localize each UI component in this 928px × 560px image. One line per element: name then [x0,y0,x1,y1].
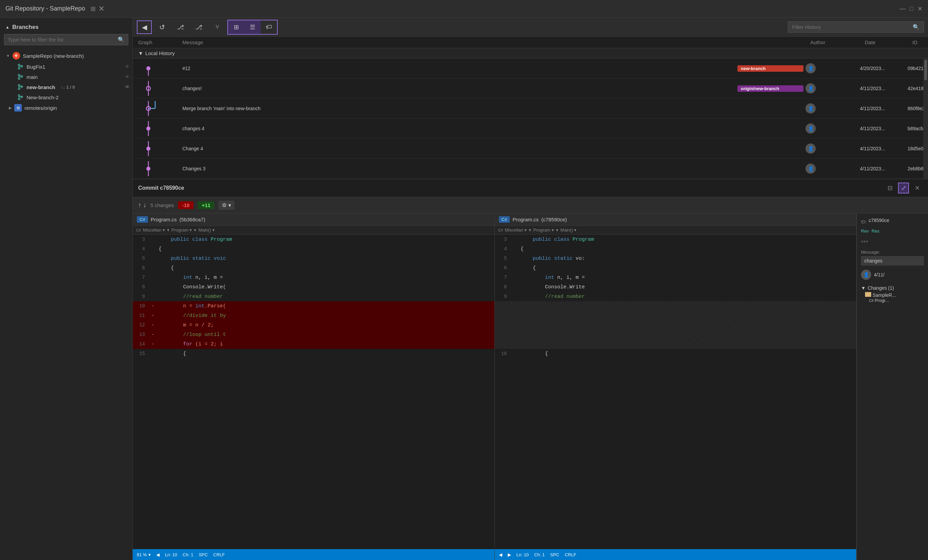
filter-search-icon[interactable]: 🔍 [913,24,919,30]
view-graph-button[interactable]: ⊞ [228,20,244,34]
nav-miscellan-left[interactable]: Miscellan ▾ [143,227,165,233]
repo-row[interactable]: ▼ ❖ SampleRepo (new-branch) [3,50,132,62]
branch-search-input[interactable] [8,37,118,43]
nav-main-right[interactable]: Main() ▾ [560,227,577,233]
changes-file[interactable]: C# Progr... [861,298,924,303]
reset-button[interactable]: Res [872,228,879,234]
code-line: 8 Console.Write [495,282,856,292]
changes-folder-name: SampleR... [873,292,896,298]
changes-collapse[interactable]: ▼ [861,285,866,291]
title-bar-controls: — □ ✕ [899,5,923,12]
graph-cell-1 [138,61,182,76]
branch-eye-new-branch[interactable]: 👁 [125,84,130,90]
graph-cell-4 [138,121,182,136]
revert-button[interactable]: Rev [861,228,869,234]
diff-down-arrow[interactable]: ↓ [143,202,147,209]
branch-search-box[interactable]: 🔍 [4,34,128,45]
title-bar: Git Repository - SampleRepo ⊞ ✕ — □ ✕ [0,0,928,18]
filter-history-input[interactable] [792,24,913,30]
pull-button[interactable]: ⎇ [191,20,207,34]
diff-up-arrow[interactable]: ↑ [138,202,141,209]
code-line-removed: 13 - //loop until t [133,330,495,339]
branch-item-bugfix1[interactable]: BugFix1 👁 [3,62,132,72]
col-id: ID [912,40,923,45]
branch-item-main[interactable]: main 👁 [3,72,132,82]
branch-item-new-branch-2[interactable]: New-branch-2 [3,92,132,102]
author-avatar-1: 👤 [806,63,816,73]
graph-cell-2 [138,81,182,96]
maximize-button[interactable]: □ [910,5,913,12]
scroll-left[interactable]: ◀ [156,552,160,557]
remotes-collapse-arrow[interactable]: ▶ [9,106,12,110]
diff-settings-button[interactable]: ⚙ ▾ [218,201,234,210]
commit-message-2: changes! [182,86,737,91]
svg-point-21 [147,66,150,70]
history-section: Graph Message Author Date ID ▼ Local His… [133,37,928,179]
remotes-name: remotes/origin [24,105,57,111]
svg-point-0 [18,64,20,66]
col-author: Author [810,40,865,45]
branch-sync-indicator: ↑↓ 1 / 0 [61,85,75,90]
diff-changes-count: 5 changes [150,202,174,208]
table-row[interactable]: #12 new-branch 👤 4/20/2023... 09b42126 [133,58,923,79]
changes-folder[interactable]: SampleR... [861,292,924,298]
code-line: 9 //read number [133,292,495,301]
view-tag-button[interactable]: 🏷 [261,20,277,34]
filter-history-box[interactable]: 🔍 [788,21,924,33]
svg-point-15 [18,95,20,97]
history-header: Graph Message Author Date ID [133,37,928,48]
table-row[interactable]: Merge branch 'main' into new-branch 👤 4/… [133,99,923,119]
scroll-left-right[interactable]: ◀ [499,552,502,557]
view-list-button[interactable]: ☰ [244,20,261,34]
table-row[interactable]: changes! origin/new-branch 👤 4/11/2023..… [133,79,923,99]
close-tab-button[interactable]: ✕ [98,5,104,13]
table-row[interactable]: Change 4 👤 4/11/2023... 18d5e0be [133,139,923,159]
branch-item-new-branch[interactable]: new-branch ↑↓ 1 / 0 👁 [3,82,132,92]
split-view-button[interactable]: ⊟ [884,183,895,193]
scroll-right-right[interactable]: ▶ [508,552,511,557]
svg-point-11 [18,88,20,90]
commit-id-4: b89acb41 [908,126,918,131]
pin-button[interactable]: ⊞ [90,5,96,12]
code-line-hatched [495,320,856,330]
diff-left-code-area: 3 public class Program 4 { 5 [133,234,495,560]
nav-miscellan-right[interactable]: Miscellan ▾ [505,227,527,233]
refresh-button[interactable]: ↺ [154,20,170,34]
minimize-button[interactable]: — [899,5,905,12]
nav-program-left[interactable]: Program ▾ [171,227,192,233]
table-row[interactable]: Changes 3 👤 4/11/2023... 2eb8b8d8 [133,159,923,179]
expand-button[interactable]: ⤢ [898,183,909,193]
crlf-right: CRLF [565,552,576,557]
back-button[interactable]: ◀ [137,20,152,34]
close-diff-button[interactable]: ✕ [912,183,923,193]
author-avatar-4: 👤 [806,123,816,134]
svg-point-6 [18,78,20,79]
graph-cell-5 [138,141,182,156]
commit-message-5: Change 4 [182,146,737,151]
branch-button[interactable]: ⑂ [209,20,225,34]
code-line-removed: 10 - n = int.Parse( [133,301,495,311]
commit-id-5: 18d5e0be [908,146,918,151]
local-history-header: ▼ Local History [133,48,928,58]
diff-section: Commit c78590ce ⊟ ⤢ ✕ ↑ ↓ 5 changes -10 … [133,179,928,560]
ch-right: Ch: 1 [534,552,545,557]
nav-main-left[interactable]: Main() ▾ [198,227,214,233]
nav-program-right[interactable]: Program ▾ [533,227,554,233]
window-close-button[interactable]: ✕ [917,5,923,12]
remotes-item[interactable]: ▶ ⊞ remotes/origin [3,102,132,113]
history-scrollbar[interactable] [923,58,928,179]
branch-name-new-branch: new-branch [26,84,55,90]
branch-icon-new-branch-2 [17,94,24,100]
table-row[interactable]: changes 4 👤 4/11/2023... b89acb41 [133,119,923,139]
branch-name-main: main [26,74,38,80]
branch-eye-bugfix1[interactable]: 👁 [125,64,130,69]
repo-icon: ❖ [12,52,20,59]
top-toolbar: ◀ ↺ ⎇ ⎇ ⑂ ⊞ ☰ 🏷 🔍 [133,18,928,37]
meta-panel: ID: c78590ce Rev Res ••• Message: change… [856,213,928,560]
local-history-collapse[interactable]: ▼ [138,50,143,56]
zoom-arrow[interactable]: ▾ [148,552,151,557]
diff-left-nav-bar: C# Miscellan ▾ ▾ Program ▾ ▾ Main() ▾ [133,226,495,234]
fetch-button[interactable]: ⎇ [172,20,189,34]
repo-collapse-arrow[interactable]: ▼ [6,54,10,58]
branch-eye-main[interactable]: 👁 [125,74,130,79]
